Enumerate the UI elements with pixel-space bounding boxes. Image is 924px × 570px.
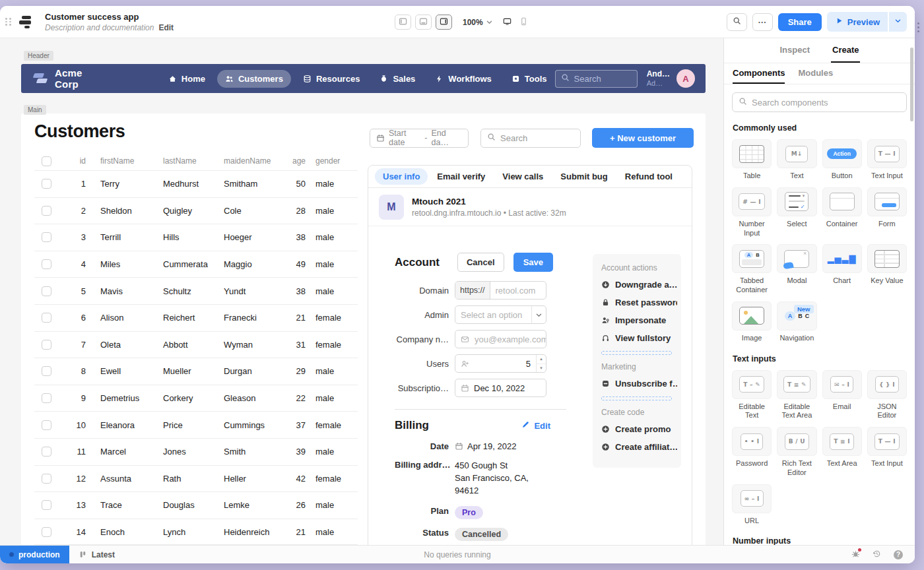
action-create-affiliat[interactable]: Create affiliat… xyxy=(601,442,677,452)
inspector-subtab-components[interactable]: Components xyxy=(733,63,785,84)
table-row[interactable]: 10EleanoraPriceCummings37female xyxy=(34,411,358,438)
component-json-editor[interactable]: { } I JSON Editor xyxy=(867,370,907,421)
cancel-button[interactable]: Cancel xyxy=(457,253,504,272)
component-text-input[interactable]: T — I Text Input xyxy=(867,139,907,181)
inspector-tab-create[interactable]: Create xyxy=(831,38,860,63)
column-header-firstname[interactable]: firstName xyxy=(90,156,152,166)
search-components-input[interactable]: Search components xyxy=(732,92,907,112)
component-form[interactable]: Form xyxy=(867,187,907,238)
detail-tab-refund-tool[interactable]: Refund tool xyxy=(617,168,680,185)
navbar-search-input[interactable]: Search xyxy=(555,70,638,88)
drag-handle-icon[interactable] xyxy=(5,18,12,26)
component-editable-text-area[interactable]: T ≡ ✎ Editable Text Area xyxy=(777,370,816,421)
component-chart[interactable]: ▂▅▃▇ Chart xyxy=(822,244,862,295)
component-rich-text-editor[interactable]: B / U Rich Text Editor xyxy=(777,427,816,478)
action-unsubscribe-f[interactable]: Unsubscribe f… xyxy=(601,379,677,389)
nav-item-home[interactable]: Home xyxy=(160,70,213,88)
nav-item-workflows[interactable]: Workflows xyxy=(427,70,500,88)
row-checkbox[interactable] xyxy=(42,500,51,510)
admin-input[interactable]: Select an option xyxy=(455,305,546,324)
nav-item-sales[interactable]: Sales xyxy=(372,70,423,88)
inspector-subtab-modules[interactable]: Modules xyxy=(798,63,833,84)
retool-logo-icon[interactable] xyxy=(18,15,34,29)
row-checkbox[interactable] xyxy=(42,232,51,242)
table-row[interactable]: 5MavisSchultzYundt38male xyxy=(34,277,358,304)
row-checkbox[interactable] xyxy=(42,259,51,269)
component-key-value[interactable]: Key Value xyxy=(867,244,907,295)
column-header-age[interactable]: age xyxy=(279,156,306,166)
table-row[interactable]: 8EwellMuellerDurgan29male xyxy=(34,358,358,385)
row-checkbox[interactable] xyxy=(42,474,51,484)
row-checkbox[interactable] xyxy=(42,366,51,376)
share-button[interactable]: Share xyxy=(778,13,822,31)
zoom-level-dropdown[interactable]: 100% xyxy=(463,18,494,27)
table-row[interactable]: 6AlisonReichertFranecki21female xyxy=(34,304,358,331)
nav-item-tools[interactable]: Tools xyxy=(504,70,555,88)
history-button[interactable] xyxy=(873,550,881,560)
detail-tab-submit-bug[interactable]: Submit bug xyxy=(552,168,616,185)
select-all-checkbox[interactable] xyxy=(42,156,51,166)
row-checkbox[interactable] xyxy=(42,206,51,216)
table-row[interactable]: 7OletaAbbottWyman31female xyxy=(34,331,358,358)
more-options-button[interactable]: ... xyxy=(752,13,773,31)
column-header-gender[interactable]: gender xyxy=(306,156,358,166)
column-header-id[interactable]: id xyxy=(58,156,90,166)
subscriptio-input[interactable]: Dec 10, 2022 xyxy=(455,379,546,397)
table-row[interactable]: 11MarcelJonesSmith39male xyxy=(34,438,358,465)
action-impersonate[interactable]: Impersonate xyxy=(601,315,677,325)
component-url[interactable]: ∞ – I URL xyxy=(732,484,772,526)
toggle-bottom-panel-button[interactable] xyxy=(415,15,432,30)
component-button[interactable]: Action Button xyxy=(822,139,862,181)
row-checkbox[interactable] xyxy=(42,393,51,403)
help-button[interactable]: ? xyxy=(894,550,903,559)
domain-input[interactable]: https://retool.com xyxy=(455,281,546,300)
nav-item-customers[interactable]: Customers xyxy=(217,70,291,88)
row-checkbox[interactable] xyxy=(42,447,51,457)
preview-button[interactable]: Preview xyxy=(827,12,888,32)
component-number-input[interactable]: # — I Number Input xyxy=(732,187,772,238)
detail-tab-user-info[interactable]: User info xyxy=(375,168,428,185)
edit-description-button[interactable]: Edit xyxy=(158,23,174,32)
component-password[interactable]: • • I Password xyxy=(732,427,772,478)
action-reset-password[interactable]: Reset password xyxy=(601,298,677,307)
component-tabbed-container[interactable]: AB Tabbed Container xyxy=(732,244,772,295)
save-button[interactable]: Save xyxy=(513,253,553,272)
table-row[interactable]: 14EnochLynchHeidenreich21male xyxy=(34,519,358,546)
desktop-view-button[interactable] xyxy=(503,16,512,28)
mobile-view-button[interactable] xyxy=(519,16,528,28)
component-text-area[interactable]: T ≡ I Text Area xyxy=(822,427,862,478)
customer-search-input[interactable]: Search xyxy=(480,129,581,148)
toggle-right-panel-button[interactable] xyxy=(436,15,452,30)
component-select[interactable]: ▾✓ Select xyxy=(777,187,816,238)
search-button[interactable] xyxy=(727,13,747,31)
inspector-tab-inspect[interactable]: Inspect xyxy=(779,38,812,63)
company-n-input[interactable]: you@example.com xyxy=(455,330,546,348)
component-navigation[interactable]: ABCNew Navigation xyxy=(777,301,816,343)
component-modal[interactable]: × Modal xyxy=(777,244,816,295)
users-input[interactable]: 5▴▾ xyxy=(455,354,546,373)
detail-tab-view-calls[interactable]: View calls xyxy=(494,168,551,185)
component-image[interactable]: Image xyxy=(732,301,772,343)
column-header-maidenname[interactable]: maidenName xyxy=(213,156,279,166)
table-row[interactable]: 4MilesCummerataMaggio49male xyxy=(34,251,358,278)
scrollbar-thumb[interactable] xyxy=(910,48,913,121)
table-row[interactable]: 1TerryMedhurstSmitham50male xyxy=(34,170,358,197)
table-row[interactable]: 12AssuntaRathHeller42female xyxy=(34,465,358,492)
table-row[interactable]: 2SheldonQuigleyCole28male xyxy=(34,197,358,224)
row-checkbox[interactable] xyxy=(42,179,51,189)
environment-selector[interactable]: production xyxy=(0,546,69,564)
toggle-left-panel-button[interactable] xyxy=(395,15,411,30)
avatar[interactable]: A xyxy=(676,69,695,88)
window-edge-handle[interactable] xyxy=(917,22,919,32)
number-stepper[interactable]: ▴▾ xyxy=(536,355,546,372)
row-checkbox[interactable] xyxy=(42,313,51,323)
new-customer-button[interactable]: + New customer xyxy=(592,128,694,148)
debug-button[interactable] xyxy=(851,550,860,560)
action-downgrade-a[interactable]: Downgrade a… xyxy=(601,280,677,290)
select-caret-button[interactable] xyxy=(531,306,546,323)
row-checkbox[interactable] xyxy=(42,420,51,430)
action-create-promo[interactable]: Create promo xyxy=(601,424,677,434)
action-view-fullstory[interactable]: View fullstory xyxy=(601,333,677,343)
component-text-input[interactable]: T — I Text Input xyxy=(867,427,907,478)
table-row[interactable]: 13TraceDouglasLemke26male xyxy=(34,491,358,519)
